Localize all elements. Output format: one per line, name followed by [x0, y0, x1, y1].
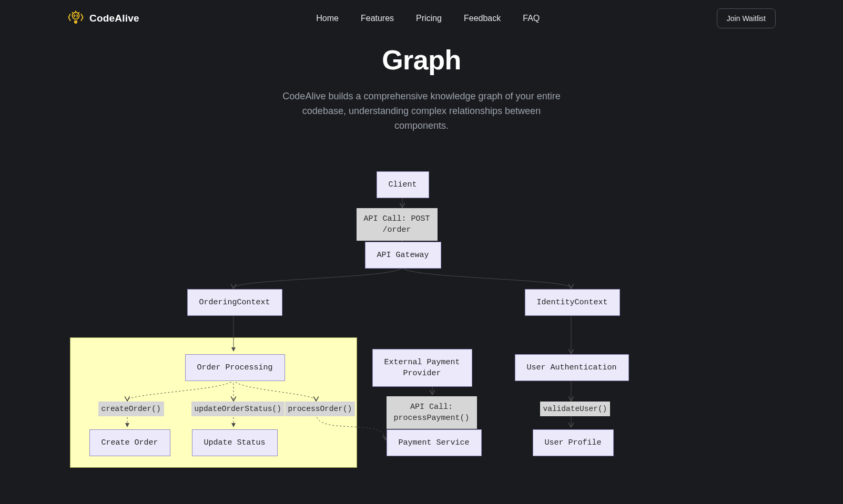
node-order-processing: Order Processing — [185, 354, 285, 381]
brand-logo-icon — [67, 9, 84, 28]
site-header: CodeAlive Home Features Pricing Feedback… — [0, 0, 843, 37]
page-title: Graph — [0, 44, 843, 76]
node-payment-service: Payment Service — [387, 429, 482, 456]
join-waitlist-button[interactable]: Join Waitlist — [717, 8, 776, 28]
label-update-status-fn: updateOrderStatus() — [191, 402, 285, 416]
node-create-order: Create Order — [89, 429, 170, 456]
nav-home[interactable]: Home — [316, 14, 339, 23]
node-api-gateway: API Gateway — [365, 242, 441, 269]
node-user-auth: User Authentication — [515, 354, 629, 381]
page-subtitle: CodeAlive builds a comprehensive knowled… — [275, 89, 569, 133]
label-process-order-fn: processOrder() — [285, 402, 356, 416]
node-identity-context: IdentityContext — [525, 289, 620, 316]
brand[interactable]: CodeAlive — [67, 9, 139, 28]
label-validate-user-fn: validateUser() — [540, 402, 611, 416]
node-update-status: Update Status — [192, 429, 278, 456]
brand-name: CodeAlive — [89, 13, 139, 24]
hero: Graph CodeAlive builds a comprehensive k… — [0, 44, 843, 133]
nav-pricing[interactable]: Pricing — [416, 14, 442, 23]
label-process-payment-fn: API Call: processPayment() — [387, 396, 477, 429]
nav-faq[interactable]: FAQ — [523, 14, 540, 23]
svg-point-1 — [75, 15, 76, 16]
graph-diagram: Client API Call: POST /order API Gateway… — [57, 152, 787, 468]
node-user-profile: User Profile — [533, 429, 614, 456]
node-external-payment: External Payment Provider — [372, 349, 472, 387]
label-create-order-fn: createOrder() — [98, 402, 164, 416]
primary-nav: Home Features Pricing Feedback FAQ — [316, 14, 540, 23]
nav-feedback[interactable]: Feedback — [464, 14, 501, 23]
node-client: Client — [377, 171, 429, 198]
node-ordering-context: OrderingContext — [187, 289, 282, 316]
label-api-call-post: API Call: POST /order — [357, 208, 438, 241]
nav-features[interactable]: Features — [361, 14, 394, 23]
